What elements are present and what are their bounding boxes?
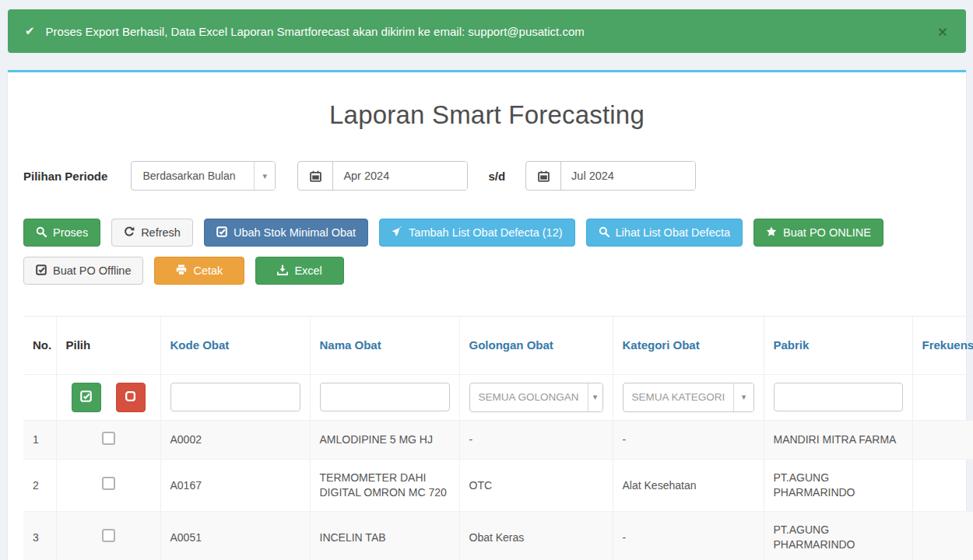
- row-checkbox[interactable]: [102, 529, 115, 542]
- row-frekuensi: [912, 512, 973, 560]
- row-nama: TERMOMETER DAHI DIGITAL OMRON MC 720: [310, 460, 459, 512]
- toolbar-row-1: Proses Refresh Ubah Stok Minimal Obat Ta…: [23, 219, 966, 247]
- calendar-icon[interactable]: [298, 162, 333, 190]
- col-nama-obat[interactable]: Nama Obat: [310, 317, 459, 374]
- row-pabrik: PT.AGUNG PHARMARINDO: [764, 460, 912, 512]
- row-number: 1: [23, 420, 56, 460]
- period-separator: s/d: [488, 170, 505, 183]
- table-filter-row: SEMUA GOLONGAN ▾ SEMUA KATEGORI ▾: [23, 374, 973, 420]
- col-pilih: Pilih: [56, 317, 160, 374]
- col-kode-obat[interactable]: Kode Obat: [160, 317, 310, 374]
- row-kategori: -: [613, 512, 764, 560]
- table-row: 1A0002AMLODIPINE 5 MG HJ--MANDIRI MITRA …: [23, 420, 973, 460]
- row-golongan: Obat Keras: [459, 512, 613, 560]
- row-kode: A0002: [160, 420, 310, 460]
- golongan-filter-select[interactable]: SEMUA GOLONGAN ▾: [469, 383, 603, 412]
- col-no: No.: [23, 317, 56, 374]
- table-row: 3A0051INCELIN TABObat Keras-PT.AGUNG PHA…: [23, 512, 973, 560]
- star-icon: [766, 226, 777, 240]
- row-checkbox[interactable]: [102, 432, 115, 445]
- proses-button[interactable]: Proses: [23, 219, 100, 247]
- page-title: Laporan Smart Forecasting: [8, 100, 966, 130]
- paper-plane-icon: [392, 226, 402, 240]
- calendar-icon[interactable]: [526, 162, 561, 190]
- period-from-input[interactable]: [333, 162, 467, 190]
- period-to-group: [525, 161, 696, 191]
- row-frekuensi: [912, 420, 973, 460]
- row-number: 3: [23, 512, 56, 560]
- row-select: [56, 460, 160, 512]
- row-checkbox[interactable]: [102, 477, 115, 490]
- row-golongan: -: [459, 420, 613, 460]
- kode-obat-filter-input[interactable]: [170, 383, 300, 411]
- col-kategori-obat[interactable]: Kategori Obat: [613, 317, 764, 374]
- tambah-list-defecta-button[interactable]: Tambah List Obat Defecta (12): [379, 219, 574, 247]
- forecast-table: No. Pilih Kode Obat Nama Obat Golongan O…: [23, 316, 973, 560]
- printer-icon: [176, 264, 187, 278]
- col-pabrik[interactable]: Pabrik: [764, 317, 912, 374]
- row-golongan: OTC: [459, 460, 613, 512]
- refresh-icon: [124, 226, 135, 240]
- check-square-icon: [80, 390, 92, 404]
- row-nama: INCELIN TAB: [310, 512, 459, 560]
- report-panel: Laporan Smart Forecasting Pilihan Period…: [8, 70, 966, 560]
- col-golongan-obat[interactable]: Golongan Obat: [459, 317, 613, 374]
- success-alert: ✔ Proses Export Berhasil, Data Excel Lap…: [8, 9, 966, 53]
- square-outline-icon: [125, 390, 136, 404]
- close-icon[interactable]: ×: [936, 23, 949, 40]
- chevron-down-icon: ▾: [733, 383, 753, 411]
- check-square-icon: [36, 264, 47, 278]
- period-mode-value: Berdasarkan Bulan: [132, 162, 254, 190]
- download-icon: [277, 264, 288, 278]
- check-icon: ✔: [25, 24, 35, 38]
- row-select: [56, 420, 160, 460]
- row-frekuensi: [912, 460, 973, 512]
- lihat-list-defecta-button[interactable]: Lihat List Obat Defecta: [586, 219, 743, 247]
- chevron-down-icon: ▾: [254, 162, 275, 190]
- row-kode: A0167: [160, 460, 310, 512]
- buat-po-offline-button[interactable]: Buat PO Offline: [23, 257, 143, 285]
- chevron-down-icon: ▾: [588, 383, 602, 411]
- check-square-icon: [216, 226, 227, 240]
- col-frekuensi[interactable]: Frekuensi: [912, 317, 973, 374]
- period-row: Pilihan Periode Berdasarkan Bulan ▾ s/d: [23, 161, 966, 191]
- uncheck-all-button[interactable]: [116, 383, 146, 412]
- period-mode-select[interactable]: Berdasarkan Bulan ▾: [131, 161, 276, 191]
- search-icon: [599, 226, 609, 240]
- ubah-stok-minimal-button[interactable]: Ubah Stok Minimal Obat: [204, 219, 368, 247]
- row-nama: AMLODIPINE 5 MG HJ: [310, 420, 459, 460]
- pabrik-filter-input[interactable]: [774, 383, 903, 411]
- toolbar-row-2: Buat PO Offline Cetak Excel: [23, 257, 966, 285]
- row-kategori: Alat Kesehatan: [613, 460, 764, 512]
- search-icon: [36, 226, 47, 240]
- period-from-group: [297, 161, 468, 191]
- row-select: [56, 512, 160, 560]
- alert-message: Proses Export Berhasil, Data Excel Lapor…: [46, 25, 585, 38]
- excel-button[interactable]: Excel: [255, 257, 343, 285]
- row-kode: A0051: [160, 512, 310, 560]
- cetak-button[interactable]: Cetak: [154, 257, 244, 285]
- table-row: 2A0167TERMOMETER DAHI DIGITAL OMRON MC 7…: [23, 460, 973, 512]
- buat-po-online-button[interactable]: Buat PO ONLINE: [753, 219, 883, 247]
- row-pabrik: PT.AGUNG PHARMARINDO: [764, 512, 912, 560]
- row-number: 2: [23, 460, 56, 512]
- nama-obat-filter-input[interactable]: [320, 383, 450, 411]
- table-header-row: No. Pilih Kode Obat Nama Obat Golongan O…: [23, 317, 973, 374]
- row-kategori: -: [613, 420, 764, 460]
- row-pabrik: MANDIRI MITRA FARMA: [764, 420, 912, 460]
- period-label: Pilihan Periode: [23, 170, 107, 183]
- kategori-filter-select[interactable]: SEMUA KATEGORI ▾: [623, 383, 754, 412]
- table-body: 1A0002AMLODIPINE 5 MG HJ--MANDIRI MITRA …: [23, 420, 973, 560]
- period-to-input[interactable]: [561, 162, 695, 190]
- check-all-button[interactable]: [72, 383, 101, 412]
- refresh-button[interactable]: Refresh: [111, 219, 193, 247]
